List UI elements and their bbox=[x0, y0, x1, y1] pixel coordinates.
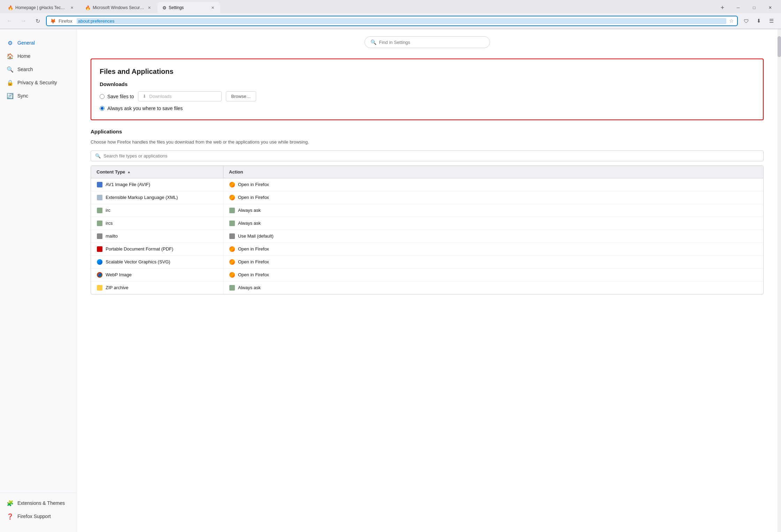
browse-button[interactable]: Browse… bbox=[226, 91, 256, 101]
tab-title: Homepage | gHacks Technolog… bbox=[15, 5, 67, 10]
action-cell: Open in Firefox bbox=[223, 269, 763, 281]
irc-file-icon bbox=[97, 208, 102, 213]
find-in-settings-input[interactable] bbox=[379, 40, 484, 45]
back-button[interactable]: ← bbox=[4, 15, 15, 26]
tab-tab3[interactable]: ⚙ Settings ✕ bbox=[158, 2, 220, 13]
firefox-action-icon bbox=[229, 272, 235, 278]
sidebar-item-support[interactable]: ❓ Firefox Support bbox=[0, 510, 76, 523]
table-row[interactable]: Extensible Markup Language (XML) Open in… bbox=[91, 191, 763, 204]
bookmark-icon[interactable]: ☆ bbox=[729, 18, 734, 24]
refresh-button[interactable]: ↻ bbox=[32, 15, 43, 26]
address-bar[interactable]: 🦊 Firefox about:preferences ☆ bbox=[46, 16, 738, 26]
new-tab-button[interactable]: + bbox=[718, 3, 727, 13]
content-type-text: Extensible Markup Language (XML) bbox=[106, 195, 178, 200]
find-in-settings-input-wrapper[interactable]: 🔍 bbox=[365, 36, 490, 48]
sidebar-nav: ⚙ General 🏠 Home 🔍 Search 🔒 Privacy & Se… bbox=[0, 36, 76, 493]
content-type-cell: Extensible Markup Language (XML) bbox=[91, 191, 223, 204]
sidebar-item-sync[interactable]: 🔄 Sync bbox=[0, 89, 76, 102]
content-type-cell: ZIP archive bbox=[91, 282, 223, 294]
tab-close[interactable]: ✕ bbox=[69, 5, 75, 10]
tab-favicon: 🔥 bbox=[8, 5, 13, 10]
search-icon: 🔍 bbox=[7, 66, 13, 72]
search-icon: 🔍 bbox=[370, 39, 376, 45]
search-apps-wrapper[interactable]: 🔍 bbox=[91, 151, 764, 161]
always-ask-row: Always ask you where to save files bbox=[100, 106, 755, 111]
action-text: Open in Firefox bbox=[238, 195, 269, 200]
tab-close[interactable]: ✕ bbox=[146, 5, 152, 10]
firefox-action-icon bbox=[229, 259, 235, 265]
applications-table: Content Type ▲ Action AV1 Image File (AV… bbox=[91, 165, 764, 294]
sidebar-item-extensions[interactable]: 🧩 Extensions & Themes bbox=[0, 496, 76, 510]
sidebar-label-general: General bbox=[17, 40, 35, 46]
irc-action-icon bbox=[229, 285, 235, 291]
always-ask-radio-label[interactable]: Always ask you where to save files bbox=[100, 106, 183, 111]
table-header: Content Type ▲ Action bbox=[91, 166, 763, 178]
sidebar-label-sync: Sync bbox=[17, 93, 28, 99]
table-body: AV1 Image File (AVIF) Open in Firefox Ex… bbox=[91, 178, 763, 294]
table-row[interactable]: Portable Document Format (PDF) Open in F… bbox=[91, 243, 763, 256]
settings-sidebar: ⚙ General 🏠 Home 🔍 Search 🔒 Privacy & Se… bbox=[0, 29, 77, 532]
download-path-field: ⬇ Downloads bbox=[138, 91, 222, 101]
content-type-cell: AV1 Image File (AVIF) bbox=[91, 178, 223, 191]
scrollbar-thumb[interactable] bbox=[778, 36, 781, 57]
toolbar-icons: 🛡 ⬇ ☰ bbox=[741, 15, 777, 26]
firefox-action-icon bbox=[229, 182, 235, 187]
content-type-cell: ircs bbox=[91, 217, 223, 230]
home-icon: 🏠 bbox=[7, 53, 13, 59]
content-type-text: ZIP archive bbox=[106, 285, 129, 290]
main-scrollbar[interactable] bbox=[778, 29, 781, 532]
sidebar-bottom: 🧩 Extensions & Themes ❓ Firefox Support bbox=[0, 493, 76, 526]
content-type-text: Portable Document Format (PDF) bbox=[106, 246, 173, 252]
pocket-icon[interactable]: 🛡 bbox=[741, 15, 752, 26]
save-files-radio[interactable] bbox=[100, 94, 105, 99]
search-apps-icon: 🔍 bbox=[95, 153, 101, 159]
applications-description: Choose how Firefox handles the files you… bbox=[91, 139, 764, 146]
content-type-text: Scalable Vector Graphics (SVG) bbox=[106, 259, 170, 264]
table-row[interactable]: WebP Image Open in Firefox bbox=[91, 269, 763, 282]
sidebar-item-search[interactable]: 🔍 Search bbox=[0, 63, 76, 76]
action-text: Open in Firefox bbox=[238, 259, 269, 264]
sync-icon: 🔄 bbox=[7, 93, 13, 99]
always-ask-radio[interactable] bbox=[100, 106, 105, 111]
tab-tab2[interactable]: 🔥 Microsoft Windows Security Up… ✕ bbox=[80, 2, 157, 13]
menu-icon[interactable]: ☰ bbox=[766, 15, 777, 26]
content-type-text: AV1 Image File (AVIF) bbox=[106, 182, 150, 187]
applications-title: Applications bbox=[91, 129, 764, 134]
downloads-icon[interactable]: ⬇ bbox=[753, 15, 764, 26]
table-row[interactable]: Scalable Vector Graphics (SVG) Open in F… bbox=[91, 256, 763, 269]
table-row[interactable]: ircs Always ask bbox=[91, 217, 763, 230]
tab-tab1[interactable]: 🔥 Homepage | gHacks Technolog… ✕ bbox=[3, 2, 79, 13]
action-cell: Open in Firefox bbox=[223, 256, 763, 268]
sidebar-item-privacy[interactable]: 🔒 Privacy & Security bbox=[0, 76, 76, 89]
save-files-radio-label[interactable]: Save files to bbox=[100, 94, 134, 99]
action-header[interactable]: Action bbox=[223, 166, 763, 178]
close-button[interactable]: ✕ bbox=[762, 2, 778, 13]
main-content: 🔍 Files and Applications Downloads Save … bbox=[77, 29, 778, 532]
forward-button[interactable]: → bbox=[18, 15, 29, 26]
sidebar-item-home[interactable]: 🏠 Home bbox=[0, 49, 76, 63]
zip-file-icon bbox=[97, 285, 102, 291]
maximize-button[interactable]: □ bbox=[746, 2, 762, 13]
action-cell: Open in Firefox bbox=[223, 178, 763, 191]
mail-file-icon bbox=[97, 233, 102, 239]
action-text: Open in Firefox bbox=[238, 246, 269, 252]
tab-title: Settings bbox=[169, 5, 208, 10]
search-apps-input[interactable] bbox=[104, 153, 759, 159]
table-row[interactable]: ZIP archive Always ask bbox=[91, 282, 763, 294]
address-text[interactable]: about:preferences bbox=[77, 18, 726, 24]
sidebar-item-general[interactable]: ⚙ General bbox=[0, 36, 76, 49]
content-type-cell: WebP Image bbox=[91, 269, 223, 281]
minimize-button[interactable]: ─ bbox=[730, 2, 746, 13]
irc-action-icon bbox=[229, 208, 235, 213]
browser-chrome: 🔥 Homepage | gHacks Technolog… ✕ 🔥 Micro… bbox=[0, 0, 781, 29]
table-row[interactable]: AV1 Image File (AVIF) Open in Firefox bbox=[91, 178, 763, 191]
applications-section: Applications Choose how Firefox handles … bbox=[91, 129, 764, 294]
sidebar-label-support: Firefox Support bbox=[17, 514, 51, 519]
table-row[interactable]: irc Always ask bbox=[91, 204, 763, 217]
table-row[interactable]: mailto Use Mail (default) bbox=[91, 230, 763, 243]
tab-close[interactable]: ✕ bbox=[210, 5, 215, 10]
content-type-header[interactable]: Content Type ▲ bbox=[91, 166, 223, 178]
svg-file-icon bbox=[97, 259, 102, 265]
irc-action-icon bbox=[229, 221, 235, 226]
action-cell: Use Mail (default) bbox=[223, 230, 763, 242]
